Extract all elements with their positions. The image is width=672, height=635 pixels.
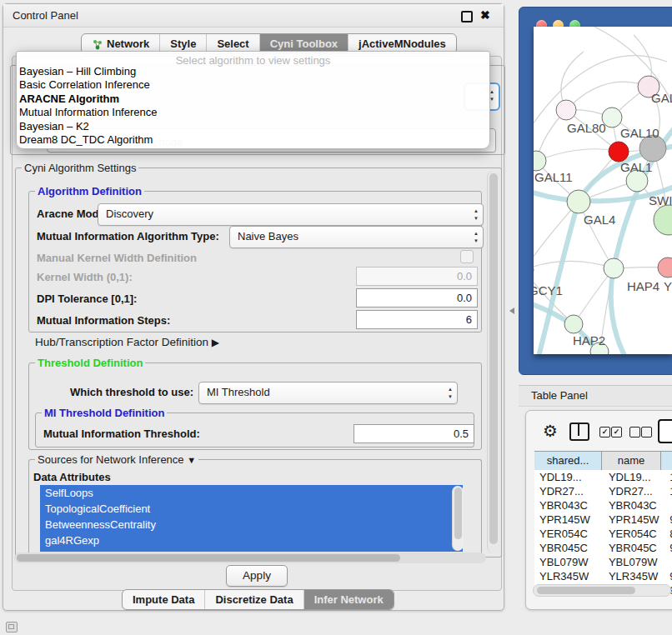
- sources-toggle[interactable]: Sources for Network Inference ▼: [35, 453, 198, 466]
- document-icon[interactable]: [658, 419, 672, 443]
- table-row[interactable]: YBL079WYBL079W: [534, 555, 672, 569]
- data-attribute-item[interactable]: BetweennessCentrality: [40, 517, 463, 532]
- algorithm-option[interactable]: Bayesian – K2: [19, 120, 487, 133]
- table-horizontal-scrollbar-thumb[interactable]: [537, 587, 635, 594]
- network-node[interactable]: [609, 142, 629, 162]
- network-node[interactable]: [658, 258, 672, 278]
- tab-discretize-data[interactable]: Discretize Data: [204, 590, 303, 609]
- settings-vertical-scrollbar[interactable]: [487, 171, 500, 552]
- select-all-check-icon[interactable]: ✓: [599, 427, 610, 438]
- table-cell: YBR043C: [604, 498, 664, 512]
- dpi-tolerance-field[interactable]: 0.0: [356, 288, 478, 308]
- spinner-up-icon: ▲: [448, 386, 453, 393]
- table-row[interactable]: YPR145WYPR145W9.: [534, 512, 672, 527]
- close-window-icon[interactable]: ✖: [480, 8, 490, 22]
- which-threshold-value: MI Threshold: [207, 386, 270, 398]
- network-node-label: GAL1: [620, 160, 652, 174]
- table-cell: 9.: [664, 569, 672, 583]
- aracne-mode-value: Discovery: [106, 208, 153, 220]
- mi-algorithm-type-label: Mutual Information Algorithm Type:: [37, 230, 219, 242]
- network-node-label: GAL80: [567, 121, 606, 135]
- aracne-mode-combo[interactable]: Discovery ▲▼: [98, 203, 484, 226]
- hub-definition-toggle[interactable]: Hub/Transcription Factor Definition ▶: [35, 336, 219, 348]
- network-node-label: SWI4: [649, 193, 672, 208]
- dpi-tolerance-value: 0.0: [457, 292, 472, 304]
- table-cell: 8.: [664, 527, 672, 541]
- spinner-up-icon: ▲: [474, 230, 479, 238]
- table-header-row[interactable]: shared...nameA: [534, 451, 672, 471]
- algorithm-option[interactable]: ARACNE Algorithm: [19, 92, 487, 106]
- table-body[interactable]: YDL19...YDL19...13YDR27...YDR27...12YBR0…: [534, 470, 672, 595]
- table-cell: 9.: [664, 512, 672, 527]
- settings-vertical-scrollbar-thumb[interactable]: [489, 173, 498, 544]
- columns-icon[interactable]: [569, 422, 589, 441]
- which-threshold-combo[interactable]: MI Threshold ▲▼: [198, 382, 458, 404]
- collapsed-panel-icon[interactable]: [6, 622, 18, 632]
- check-glyph: ✓: [614, 428, 620, 436]
- mi-algorithm-type-combo[interactable]: Naive Bayes ▲▼: [229, 226, 484, 248]
- table-cell: YPR145W: [604, 512, 664, 527]
- network-tab-icon: [92, 38, 103, 50]
- algorithm-option[interactable]: Mutual Information Inference: [19, 106, 487, 119]
- table-cell: YLR345W: [604, 569, 664, 583]
- table-column-header[interactable]: shared...: [534, 452, 602, 470]
- apply-button[interactable]: Apply: [226, 565, 288, 587]
- manual-kernel-width-checkbox[interactable]: [460, 250, 474, 263]
- screen: Control Panel ✖ Network Style: [0, 0, 672, 635]
- table-row[interactable]: YDL19...YDL19...13: [534, 470, 672, 484]
- attributes-scrollbar-thumb[interactable]: [454, 488, 462, 539]
- network-node[interactable]: [654, 205, 672, 235]
- data-attributes-list[interactable]: SelfLoopsTopologicalCoefficientBetweenne…: [40, 485, 463, 552]
- table-cell: YBR045C: [534, 541, 604, 555]
- cyni-algorithm-settings-title: Cyni Algorithm Settings: [22, 162, 138, 174]
- panel-divider-arrow-icon[interactable]: [509, 308, 514, 314]
- mi-threshold-value: 0.5: [454, 428, 469, 440]
- algorithm-option[interactable]: Bayesian – Hill Climbing: [19, 65, 487, 78]
- network-canvas[interactable]: GALGAL80GAL10GAL1GAL11SWI4GAL4GCY1HAP4YH…: [534, 27, 672, 354]
- algorithm-option[interactable]: Basic Correlation Inference: [19, 78, 487, 92]
- mi-threshold-field[interactable]: 0.5: [354, 424, 474, 443]
- network-node-label: Y: [664, 279, 672, 293]
- table-row[interactable]: YBR043CYBR043C: [534, 498, 672, 512]
- table-row[interactable]: YBR045CYBR045C9.: [534, 541, 672, 555]
- network-node[interactable]: [567, 190, 590, 213]
- deselect-all-icon[interactable]: [629, 427, 640, 438]
- spinner-down-icon: ▼: [448, 393, 453, 401]
- tab-infer-network[interactable]: Infer Network: [303, 590, 394, 609]
- table-column-header[interactable]: A: [661, 452, 672, 470]
- tab-infer-network-label: Infer Network: [314, 593, 384, 606]
- table-column-header[interactable]: name: [602, 452, 661, 470]
- float-window-icon[interactable]: [461, 11, 473, 22]
- data-attribute-item[interactable]: TopologicalCoefficient: [40, 501, 463, 517]
- table-horizontal-scrollbar[interactable]: [533, 584, 671, 597]
- network-node[interactable]: [604, 258, 624, 278]
- table-row[interactable]: YER054CYER054C8.: [534, 527, 672, 541]
- mi-steps-field[interactable]: 6: [356, 310, 478, 329]
- check-glyph: ✓: [602, 428, 609, 436]
- network-edge: [534, 202, 579, 270]
- attributes-scrollbar[interactable]: [452, 486, 464, 551]
- data-attribute-item[interactable]: SelfLoops: [40, 485, 463, 501]
- network-node[interactable]: [564, 315, 583, 333]
- network-node[interactable]: [534, 151, 546, 171]
- hub-definition-label: Hub/Transcription Factor Definition: [35, 336, 208, 348]
- algorithm-option[interactable]: Dream8 DC_TDC Algorithm: [19, 133, 487, 147]
- table-cell: [664, 498, 672, 512]
- spinner-down-icon: ▼: [474, 215, 479, 222]
- kernel-width-field[interactable]: 0.0: [356, 267, 478, 286]
- data-attribute-item[interactable]: gal4RGexp: [40, 532, 463, 548]
- table-row[interactable]: YDR27...YDR27...12: [534, 484, 672, 498]
- table-cell: 13: [664, 470, 672, 484]
- gear-icon[interactable]: ⚙: [543, 421, 558, 441]
- network-node-label: GAL10: [620, 126, 659, 140]
- network-node-label: GAL: [651, 91, 672, 105]
- table-row[interactable]: YLR345WYLR345W9.: [534, 569, 672, 583]
- table-cell: YPR145W: [534, 512, 604, 527]
- network-node[interactable]: [556, 100, 576, 120]
- tab-impute-data[interactable]: Impute Data: [123, 590, 204, 609]
- settings-horizontal-scrollbar-thumb[interactable]: [17, 554, 400, 562]
- settings-horizontal-scrollbar[interactable]: [14, 552, 486, 563]
- deselect-all-icon[interactable]: [641, 427, 652, 438]
- select-all-check-icon[interactable]: ✓: [611, 427, 622, 438]
- network-node-label: GAL11: [534, 170, 573, 184]
